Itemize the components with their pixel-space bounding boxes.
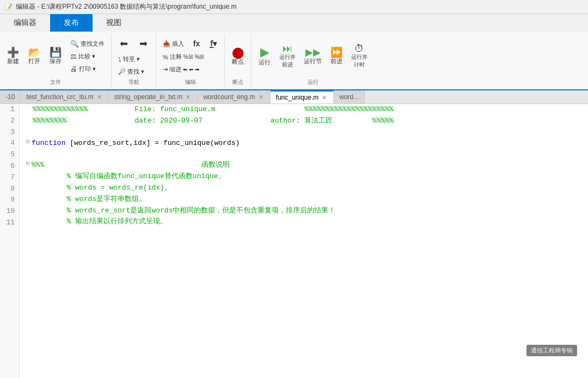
file-tab-label: test_function_crc_itu.m bbox=[26, 93, 93, 101]
advance-button[interactable]: ⏩ 前进 bbox=[327, 45, 346, 68]
open-icon: 📂 bbox=[28, 47, 40, 57]
nav-group-content: ⬅ ➡ ⤵ 转至 ▾ 🔎 查找 ▾ bbox=[115, 35, 152, 77]
line-number: 4 bbox=[4, 138, 15, 149]
breakpoint-icon: ⬤ bbox=[232, 47, 244, 58]
run-group: ▶ 运行 ⏭ 运行并前进 ▶▶ 运行节 ⏩ 前进 ⏱ 运行并计时 运行 bbox=[252, 34, 374, 87]
back-button[interactable]: ⬅ bbox=[115, 35, 133, 52]
save-button[interactable]: 💾 保存 bbox=[46, 45, 65, 68]
code-line: % words = words_re(idx)。 bbox=[26, 182, 581, 194]
goto-label: 转至 ▾ bbox=[123, 55, 140, 63]
file-tabs: -10test_function_crc_itu.m✕string_operat… bbox=[0, 90, 588, 104]
line-number: 5 bbox=[4, 149, 15, 161]
nav-arrows: ⬅ ➡ ⤵ 转至 ▾ 🔎 查找 ▾ bbox=[115, 35, 152, 77]
print-button[interactable]: 🖨 打印 ▾ bbox=[67, 63, 108, 75]
indent-button[interactable]: ⇥ 缩进 ⬅ ⬅ ➡ bbox=[160, 64, 221, 75]
code-segment: % words = words_re(idx)。 bbox=[33, 182, 171, 194]
compare-label: 比较 ▾ bbox=[78, 52, 95, 60]
run-time-button[interactable]: ⏱ 运行并计时 bbox=[348, 41, 371, 71]
find-file-button[interactable]: 🔍 查找文件 bbox=[67, 38, 108, 50]
advance-icon: ⏩ bbox=[330, 47, 342, 57]
file-tab-close[interactable]: ✕ bbox=[321, 94, 328, 101]
file-small-col: 🔍 查找文件 ⚖ 比较 ▾ 🖨 打印 ▾ bbox=[67, 38, 108, 75]
compare-button[interactable]: ⚖ 比较 ▾ bbox=[67, 51, 108, 62]
edit-group-label: 编辑 bbox=[185, 78, 196, 86]
find-label: 查找 ▾ bbox=[127, 68, 144, 76]
goto-button[interactable]: ⤵ 转至 ▾ bbox=[115, 53, 152, 65]
fold-button[interactable]: ⊟ bbox=[26, 138, 29, 147]
file-tab-label: word... bbox=[339, 93, 359, 101]
fold-button[interactable]: ⊟ bbox=[26, 160, 29, 168]
code-line: %%%%%%%%%%%%% File: func_unique.m %%%%%%… bbox=[26, 104, 581, 115]
run-advance-button[interactable]: ⏭ 运行并前进 bbox=[276, 41, 299, 71]
breakpoint-label: 断点 bbox=[232, 58, 244, 66]
edit-col: 📥 插入 fx f̲▾ % 注释 %☒ %☒ ⇥ bbox=[160, 37, 221, 75]
file-tab-close[interactable]: ✕ bbox=[185, 94, 192, 101]
line-number: 6 bbox=[4, 161, 15, 172]
file-tab-func_unique_m[interactable]: func_unique.m✕ bbox=[271, 90, 334, 103]
file-tab-string_operate_in_txt_m[interactable]: string_operate_in_txt.m✕ bbox=[109, 90, 198, 103]
find-button[interactable]: 🔎 查找 ▾ bbox=[115, 66, 152, 77]
breakpoint-button[interactable]: ⬤ 断点 bbox=[228, 45, 248, 68]
open-label: 打开 bbox=[28, 57, 40, 65]
file-tab-close[interactable]: ✕ bbox=[96, 94, 103, 101]
comment-button[interactable]: % 注释 %☒ %☒ bbox=[160, 51, 221, 63]
code-line: %%%%%%%% date: 2020-09-07 author: 算法工匠 %… bbox=[26, 115, 581, 127]
code-segment: % 输出结果以行排列方式呈现。 bbox=[33, 216, 167, 228]
file-tab-close[interactable]: ✕ bbox=[258, 94, 265, 101]
find-icon: 🔎 bbox=[118, 68, 126, 75]
breakpoint-group: ⬤ 断点 断点 bbox=[225, 34, 252, 87]
editor-content[interactable]: %%%%%%%%%%%%% File: func_unique.m %%%%%%… bbox=[20, 104, 588, 378]
insert-label: 插入 bbox=[172, 40, 184, 48]
func-button[interactable]: f̲▾ bbox=[206, 37, 221, 50]
file-tab--10[interactable]: -10 bbox=[0, 90, 21, 103]
line-number: 8 bbox=[4, 184, 15, 195]
new-button[interactable]: ➕ 新建 bbox=[3, 45, 23, 68]
nav-group-label: 导航 bbox=[128, 78, 139, 86]
title-text: 编辑器 - E:\课程PPTv2 2\00905163 数据结构与算法\prog… bbox=[16, 2, 237, 11]
line-number: 9 bbox=[4, 194, 15, 206]
run-group-label: 运行 bbox=[308, 78, 318, 86]
code-line: ⊟function [words_re_sort,idx] = func_uni… bbox=[26, 138, 581, 149]
code-segment: % 编写自编函数func_unique替代函数unique。 bbox=[33, 171, 225, 182]
indent-label: 缩进 bbox=[169, 65, 181, 74]
code-line: % words是字符串数组。 bbox=[26, 194, 581, 205]
file-tab-wordcount_eng_m[interactable]: wordcount_eng.m✕ bbox=[198, 90, 270, 103]
code-line bbox=[26, 149, 581, 160]
run-label: 运行 bbox=[259, 58, 271, 66]
edit-group: 📥 插入 fx f̲▾ % 注释 %☒ %☒ ⇥ bbox=[156, 34, 225, 87]
save-label: 保存 bbox=[50, 57, 62, 65]
find-file-icon: 🔍 bbox=[70, 40, 79, 48]
ribbon-tab-编辑器[interactable]: 编辑器 bbox=[0, 14, 50, 32]
forward-button[interactable]: ➡ bbox=[134, 35, 152, 52]
ribbon-tabs: 编辑器发布视图 bbox=[0, 14, 588, 32]
save-icon: 💾 bbox=[50, 47, 62, 57]
fx-button[interactable]: fx bbox=[189, 37, 204, 50]
run-advance-label: 运行并前进 bbox=[279, 53, 296, 69]
open-button[interactable]: 📂 打开 bbox=[24, 45, 44, 68]
file-group: ➕ 新建 📂 打开 💾 保存 🔍 查找文件 ⚖ 比较 ▾ bbox=[0, 34, 112, 87]
line-number: 10 bbox=[4, 206, 15, 217]
code-segment: % words_re_sort是返回words中相同的数据，但是不包含重复项，排… bbox=[33, 205, 335, 217]
line-number: 1 bbox=[4, 104, 15, 115]
new-icon: ➕ bbox=[7, 47, 19, 57]
edit-group-content: 📥 插入 fx f̲▾ % 注释 %☒ %☒ ⇥ bbox=[160, 35, 221, 77]
run-section-button[interactable]: ▶▶ 运行节 bbox=[301, 45, 325, 68]
insert-button[interactable]: 📥 插入 bbox=[160, 38, 187, 50]
run-icon: ▶ bbox=[260, 46, 270, 58]
code-segment: %%%%%%%% date: 2020-09-07 author: 算法工匠 %… bbox=[33, 115, 394, 127]
run-button[interactable]: ▶ 运行 bbox=[255, 44, 274, 69]
new-label: 新建 bbox=[7, 57, 19, 65]
line-number: 7 bbox=[4, 172, 15, 184]
print-label: 打印 ▾ bbox=[79, 65, 96, 73]
code-segment: %%% 函数说明 bbox=[32, 160, 230, 171]
line-number: 11 bbox=[4, 217, 15, 229]
code-line bbox=[26, 127, 581, 138]
line-number: 3 bbox=[4, 127, 15, 138]
file-tab-word___[interactable]: word... bbox=[334, 90, 365, 103]
ribbon-tab-发布[interactable]: 发布 bbox=[50, 14, 93, 32]
line-number: 2 bbox=[4, 115, 15, 127]
ribbon-tab-视图[interactable]: 视图 bbox=[93, 14, 135, 32]
file-tab-test_function_crc_itu_m[interactable]: test_function_crc_itu.m✕ bbox=[21, 90, 108, 103]
code-segment: [words_re_sort,idx] = func_unique(words) bbox=[65, 138, 240, 149]
title-icon: 📝 bbox=[4, 3, 13, 11]
